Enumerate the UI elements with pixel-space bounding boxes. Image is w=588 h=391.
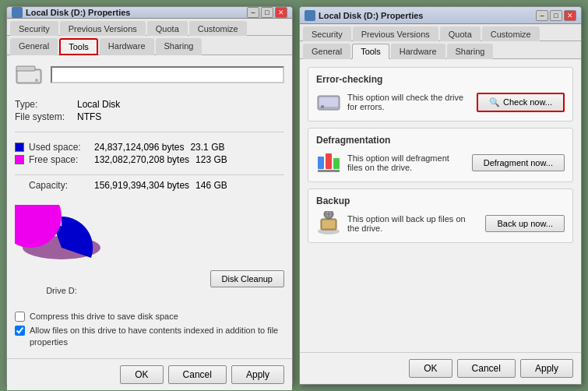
cancel-button-left[interactable]: Cancel (168, 365, 227, 384)
left-properties-window: Local Disk (D:) Properties – □ ✕ Securit… (6, 6, 293, 385)
compress-row: Compress this drive to save disk space (15, 311, 284, 322)
filesystem-row: File system: NTFS (15, 111, 284, 122)
backup-icon (316, 211, 341, 236)
left-window-title: Local Disk (D:) Properties (26, 8, 130, 17)
tab-previous-versions-left[interactable]: Previous Versions (60, 21, 146, 36)
divider1 (15, 132, 284, 132)
tab-customize-right[interactable]: Customize (482, 26, 540, 41)
compress-checkbox[interactable] (15, 312, 25, 322)
defrag-section: Defragmentation This option will defragm… (308, 128, 573, 182)
left-window-icon (12, 7, 23, 18)
check-now-button[interactable]: 🔍 Check now... (477, 93, 565, 112)
used-color-swatch (15, 143, 24, 152)
svg-rect-11 (318, 170, 340, 172)
error-section: Error-checking This option will check th… (308, 67, 573, 122)
tab-tools-right[interactable]: Tools (352, 44, 389, 59)
ok-button-left[interactable]: OK (120, 365, 163, 384)
backup-section-title: Backup (316, 196, 565, 206)
left-button-row: OK Cancel Apply (7, 358, 292, 390)
compress-label: Compress this drive to save disk space (30, 311, 178, 322)
tab-hardware-left[interactable]: Hardware (100, 38, 154, 55)
free-label: Free space: (29, 154, 91, 165)
left-title-bar: Local Disk (D:) Properties – □ ✕ (7, 7, 292, 19)
disk-chart-row: Drive D: Disk Cleanup (15, 197, 284, 303)
used-space-row: Used space: 24,837,124,096 bytes 23.1 GB (15, 142, 284, 153)
free-gb: 123 GB (195, 154, 234, 165)
tab-security-left[interactable]: Security (10, 21, 58, 36)
disk-pie-chart (15, 205, 108, 283)
tab-quota-left[interactable]: Quota (147, 21, 188, 36)
backup-section: Backup This option will back up files on… (308, 188, 573, 243)
apply-button-right[interactable]: Apply (520, 359, 573, 378)
backup-tool-row: This option will back up files on the dr… (316, 211, 565, 236)
tab-previous-versions-right[interactable]: Previous Versions (353, 26, 438, 41)
right-title-left: Local Disk (D:) Properties (305, 10, 423, 21)
close-button-left[interactable]: ✕ (275, 7, 287, 18)
tab-tools-left[interactable]: Tools (59, 38, 98, 55)
cancel-button-right[interactable]: Cancel (457, 359, 516, 378)
right-tabs-row1: Security Previous Versions Quota Customi… (300, 24, 581, 41)
left-tabs-row1: Security Previous Versions Quota Customi… (7, 19, 292, 36)
apply-button-left[interactable]: Apply (231, 365, 284, 384)
check-icon-small: 🔍 (489, 97, 500, 107)
disk-cleanup-button[interactable]: Disk Cleanup (210, 270, 284, 287)
used-label: Used space: (29, 142, 91, 153)
right-window-title: Local Disk (D:) Properties (319, 11, 423, 20)
check-now-label: Check now... (503, 97, 552, 107)
maximize-button-left[interactable]: □ (261, 7, 273, 18)
right-window-body: Error-checking This option will check th… (300, 59, 581, 352)
right-button-row: OK Cancel Apply (300, 352, 581, 384)
right-title-bar: Local Disk (D:) Properties – □ ✕ (300, 7, 581, 24)
tab-sharing-left[interactable]: Sharing (156, 38, 202, 55)
drive-icon-row (15, 63, 284, 86)
svg-point-2 (35, 79, 38, 82)
right-properties-window: Local Disk (D:) Properties – □ ✕ Securit… (299, 6, 582, 385)
info-section: Type: Local Disk File system: NTFS (15, 97, 284, 124)
svg-rect-14 (322, 220, 335, 228)
ok-button-right[interactable]: OK (409, 359, 452, 378)
defrag-tool-row: This option will defragment files on the… (316, 150, 565, 175)
right-title-buttons: – □ ✕ (536, 10, 576, 21)
defrag-desc: This option will defragment files on the… (347, 153, 466, 172)
tab-customize-left[interactable]: Customize (189, 21, 247, 36)
filesystem-value: NTFS (77, 111, 284, 122)
svg-rect-9 (326, 153, 332, 169)
tab-quota-right[interactable]: Quota (440, 26, 481, 41)
minimize-button-right[interactable]: – (536, 10, 548, 21)
maximize-button-right[interactable]: □ (550, 10, 562, 21)
disk-chart-container: Drive D: (15, 205, 108, 295)
index-label: Allow files on this drive to have conten… (30, 325, 284, 347)
free-space-row: Free space: 132,082,270,208 bytes 123 GB (15, 154, 284, 165)
index-checkbox[interactable] (15, 326, 25, 336)
used-gb: 23.1 GB (190, 142, 229, 153)
backup-now-button[interactable]: Back up now... (485, 215, 565, 232)
drive-icon (15, 63, 43, 86)
capacity-label: Capacity: (29, 180, 91, 191)
tab-security-right[interactable]: Security (303, 26, 351, 41)
space-section: Used space: 24,837,124,096 bytes 23.1 GB… (15, 140, 284, 167)
error-section-title: Error-checking (316, 74, 565, 85)
tab-hardware-right[interactable]: Hardware (391, 44, 445, 59)
error-desc: This option will check the drive for err… (347, 93, 470, 111)
svg-rect-7 (321, 105, 324, 108)
capacity-gb: 146 GB (195, 180, 234, 191)
minimize-button-left[interactable]: – (247, 7, 259, 18)
defrag-icon (316, 150, 341, 175)
left-window-body: Type: Local Disk File system: NTFS Used … (7, 55, 292, 358)
right-tabs-row2: General Tools Hardware Sharing (300, 41, 581, 59)
drive-name-input[interactable] (51, 66, 284, 83)
type-row: Type: Local Disk (15, 99, 284, 110)
tab-general-left[interactable]: General (10, 38, 58, 55)
tab-sharing-right[interactable]: Sharing (447, 44, 494, 59)
used-bytes: 24,837,124,096 bytes (94, 142, 184, 153)
filesystem-label: File system: (15, 111, 77, 122)
defragment-now-button[interactable]: Defragment now... (472, 154, 565, 171)
index-row: Allow files on this drive to have conten… (15, 325, 284, 347)
error-check-icon (316, 90, 341, 114)
close-button-right[interactable]: ✕ (564, 10, 576, 21)
right-window-icon (305, 10, 315, 21)
capacity-bytes: 156,919,394,304 bytes (94, 180, 189, 191)
tab-general-right[interactable]: General (303, 44, 350, 59)
left-title-left: Local Disk (D:) Properties (12, 7, 130, 18)
divider2 (15, 174, 284, 175)
